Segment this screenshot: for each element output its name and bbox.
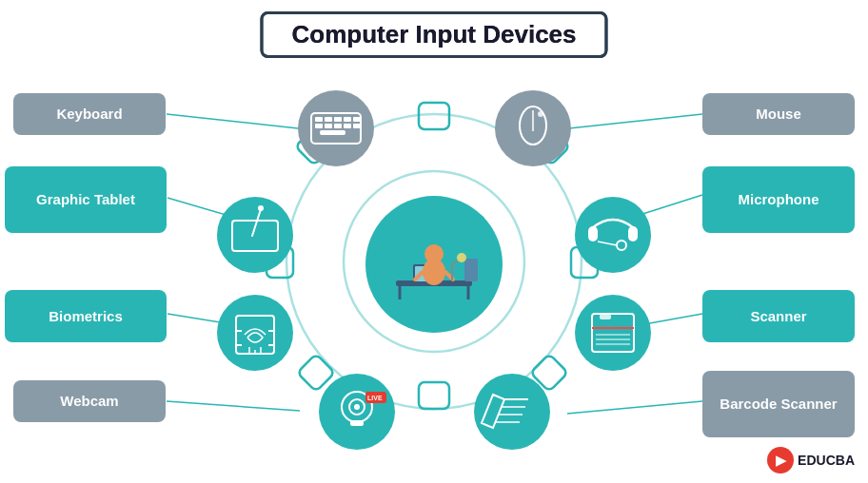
svg-rect-32 [353,117,361,122]
svg-point-20 [217,197,293,273]
svg-point-66 [354,404,360,410]
svg-rect-57 [592,314,634,352]
svg-rect-5 [530,354,568,392]
svg-line-12 [168,198,255,223]
svg-rect-28 [315,117,323,122]
svg-line-17 [567,401,702,414]
page-container: Computer Input Devices [0,0,868,483]
svg-line-11 [569,114,702,128]
svg-line-13 [613,195,702,223]
svg-point-25 [474,374,550,450]
educba-icon: ▶ [767,447,794,473]
svg-point-80 [423,259,445,285]
svg-rect-6 [419,382,449,409]
svg-point-26 [365,196,503,333]
svg-point-39 [520,106,546,145]
svg-rect-38 [320,130,345,135]
svg-rect-37 [353,124,361,128]
svg-point-65 [349,399,365,415]
svg-rect-7 [297,354,335,392]
page-title: Computer Input Devices [291,20,576,48]
barcode-scanner-label: Barcode Scanner [702,371,855,437]
educba-text: EDUCBA [798,453,855,468]
svg-rect-27 [311,113,361,144]
webcam-label: Webcam [13,380,166,422]
svg-rect-49 [236,316,274,354]
svg-rect-2 [419,103,449,129]
mouse-label: Mouse [702,93,855,135]
svg-line-14 [168,314,255,328]
scanner-label: Scanner [702,290,855,342]
svg-rect-59 [600,314,611,319]
svg-line-16 [167,401,300,411]
svg-rect-45 [588,226,598,242]
svg-rect-78 [413,264,440,283]
keyboard-label: Keyboard [13,93,166,135]
svg-point-21 [575,197,651,273]
graphic-tablet-label: Graphic Tablet [5,166,167,233]
microphone-label: Microphone [702,166,855,233]
svg-point-47 [617,241,626,250]
svg-point-23 [575,295,651,371]
educba-logo: ▶ EDUCBA [767,447,855,473]
svg-line-82 [415,272,423,280]
svg-line-83 [445,272,453,280]
svg-rect-4 [571,247,598,278]
svg-line-43 [252,209,261,236]
svg-rect-74 [396,280,472,286]
svg-point-81 [424,244,444,263]
svg-rect-9 [295,127,333,165]
svg-text:LIVE: LIVE [367,395,383,401]
svg-rect-8 [266,247,293,278]
svg-point-64 [342,392,372,422]
svg-rect-77 [464,259,478,281]
title-box: Computer Input Devices [260,11,607,58]
svg-rect-33 [315,124,323,128]
svg-point-19 [495,90,571,166]
svg-point-24 [319,374,395,450]
svg-rect-36 [344,124,351,128]
svg-line-10 [167,114,298,128]
svg-rect-68 [365,392,386,403]
svg-line-85 [452,259,462,264]
biometrics-label: Biometrics [5,290,167,342]
svg-point-1 [344,171,524,352]
svg-point-22 [217,295,293,371]
svg-point-44 [258,205,264,211]
svg-rect-3 [532,127,570,165]
svg-point-18 [298,90,374,166]
svg-rect-29 [325,117,332,122]
svg-point-0 [286,114,582,409]
svg-rect-46 [628,226,638,242]
svg-point-41 [538,111,543,117]
svg-rect-79 [415,266,438,281]
svg-line-48 [598,242,617,245]
svg-rect-35 [334,124,342,128]
svg-rect-42 [232,221,278,251]
svg-point-86 [457,253,466,262]
svg-rect-67 [350,420,364,426]
svg-rect-34 [325,124,332,128]
svg-rect-31 [344,117,351,122]
svg-rect-30 [334,117,342,122]
svg-line-15 [613,314,702,330]
